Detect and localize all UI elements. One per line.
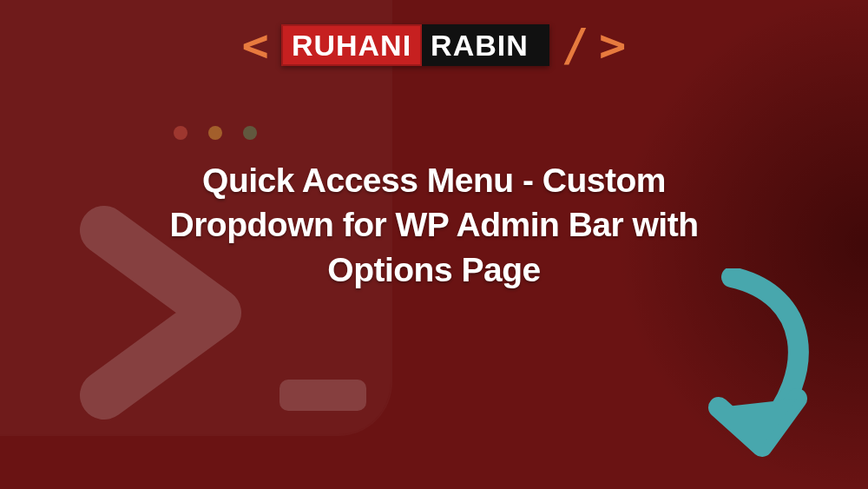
traffic-light-yellow-icon — [208, 126, 222, 140]
logo-second-word: RABIN — [422, 24, 537, 66]
traffic-light-green-icon — [243, 126, 257, 140]
angle-open-icon: < — [242, 23, 269, 68]
page-title: Quick Access Menu - Custom Dropdown for … — [165, 158, 703, 292]
hero-title-wrap: Quick Access Menu - Custom Dropdown for … — [165, 158, 703, 292]
logo-first-word: RUHANI — [281, 24, 422, 66]
window-traffic-lights — [174, 126, 257, 140]
slash-icon: / — [562, 23, 589, 68]
site-logo: < RUHANI RABIN / > — [0, 23, 868, 68]
angle-close-glyph: > — [599, 23, 626, 68]
logo-pill: RUHANI RABIN — [281, 24, 549, 66]
curved-arrow-icon — [667, 268, 832, 472]
logo-end-strip — [537, 24, 549, 66]
angle-close-icon: / > — [562, 23, 627, 68]
traffic-light-red-icon — [174, 126, 187, 140]
prompt-underscore-icon — [279, 380, 366, 411]
